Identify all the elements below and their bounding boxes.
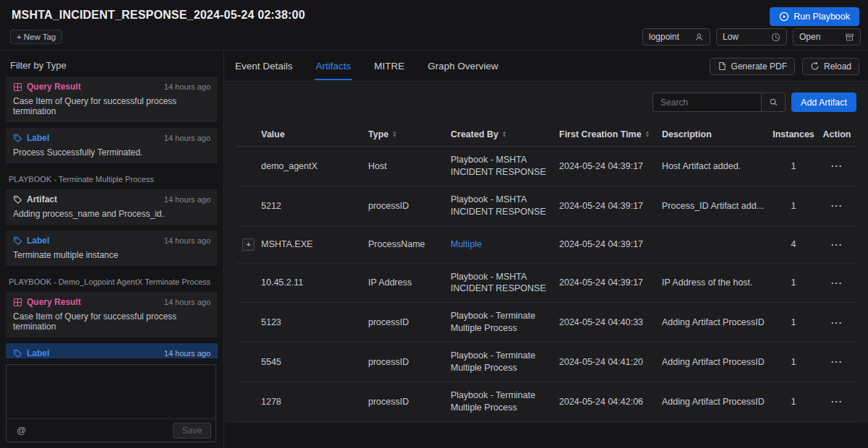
reload-button[interactable]: Reload bbox=[802, 58, 859, 75]
row-actions-more-icon[interactable]: ··· bbox=[831, 239, 843, 250]
tag-icon bbox=[13, 134, 22, 143]
row-actions-more-icon[interactable]: ··· bbox=[831, 160, 843, 171]
timeline-item[interactable]: Query Result14 hours agoCase Item of Que… bbox=[6, 292, 218, 337]
priority-select-value: Low bbox=[723, 32, 739, 42]
priority-select[interactable]: Low bbox=[716, 28, 787, 46]
cell-type: ProcessName bbox=[368, 233, 451, 255]
plus-icon: + bbox=[17, 33, 22, 41]
timeline-item[interactable]: Label14 hours agoProcess Successfully Te… bbox=[6, 343, 218, 358]
cell-created-by[interactable]: Multiple bbox=[451, 231, 559, 258]
new-tag-button[interactable]: + New Tag bbox=[10, 30, 62, 44]
tab-graph-overview[interactable]: Graph Overview bbox=[426, 53, 500, 79]
timeline-item-timestamp: 14 hours ago bbox=[164, 82, 210, 91]
table-row: 1278processIDPlaybook - Terminate Multip… bbox=[237, 382, 856, 422]
save-comment-button[interactable]: Save bbox=[173, 423, 211, 439]
table-row: +MSHTA.EXEProcessNameMultiple2024-05-24 … bbox=[237, 226, 856, 264]
cell-value: 5545 bbox=[261, 351, 368, 373]
table-row: 5123processIDPlaybook - Terminate Multip… bbox=[237, 303, 856, 343]
tab-mitre[interactable]: MITRE bbox=[373, 53, 406, 79]
cell-type: processID bbox=[368, 311, 451, 333]
search-input[interactable] bbox=[652, 92, 761, 112]
row-actions-more-icon[interactable]: ··· bbox=[831, 317, 843, 328]
column-header-action: Action bbox=[817, 129, 857, 139]
timeline-section-label: PLAYBOOK - Terminate Multiple Process bbox=[6, 169, 218, 184]
cell-description: Adding Artifact ProcessID bbox=[662, 351, 770, 373]
column-header-label: Description bbox=[662, 129, 712, 139]
timeline-item-type-label: Label bbox=[27, 133, 49, 143]
timeline-item-timestamp: 14 hours ago bbox=[164, 298, 210, 306]
sort-icon[interactable]: ▲▼ bbox=[502, 131, 506, 137]
cell-instances: 4 bbox=[770, 233, 817, 255]
row-actions-more-icon[interactable]: ··· bbox=[831, 356, 843, 367]
table-body: demo_agentXHostPlaybook - MSHTA INCIDENT… bbox=[237, 147, 856, 422]
timeline-item[interactable]: Query Result14 hours agoCase Item of Que… bbox=[6, 77, 218, 122]
timeline-item-text: Terminate multiple instance bbox=[13, 250, 210, 260]
table-row: 10.45.2.11IP AddressPlaybook - MSHTA INC… bbox=[237, 264, 856, 303]
timeline-item-text: Case Item of Query for successful proces… bbox=[13, 96, 210, 116]
generate-pdf-button[interactable]: Generate PDF bbox=[710, 58, 795, 75]
cell-first-creation-time: 2024-05-24 04:39:17 bbox=[559, 155, 662, 177]
timeline-item-type-label: Label bbox=[27, 348, 49, 358]
cell-instances: 1 bbox=[770, 272, 817, 293]
column-header-created-by[interactable]: Created By▲▼ bbox=[451, 129, 559, 139]
row-actions-more-icon[interactable]: ··· bbox=[831, 396, 843, 407]
timeline: Query Result14 hours agoCase Item of Que… bbox=[0, 75, 224, 358]
comment-input[interactable] bbox=[7, 365, 216, 418]
cell-created-by: Playbook - Terminate Multiple Process bbox=[451, 382, 559, 421]
case-timeline-sidebar: Filter by Type Query Result14 hours agoC… bbox=[0, 51, 224, 448]
at-icon: @ bbox=[17, 425, 26, 436]
comment-toolbar: @ Save bbox=[7, 418, 216, 441]
cell-description: Process_ID Artifact add... bbox=[662, 195, 770, 217]
timeline-item-text: Case Item of Query for successful proces… bbox=[13, 311, 210, 332]
column-header-value: Value bbox=[261, 129, 368, 139]
archive-icon bbox=[845, 33, 854, 42]
case-management-app: MSHTA_INCIDENT_RESPONSE_2024-05-24 02:38… bbox=[0, 0, 868, 448]
table-row: 5212processIDPlaybook - MSHTA INCIDENT R… bbox=[237, 186, 856, 226]
add-artifact-button[interactable]: Add Artifact bbox=[791, 92, 856, 112]
tab-artifacts[interactable]: Artifacts bbox=[315, 53, 353, 79]
main-panel: Event Details Artifacts MITRE Graph Over… bbox=[225, 51, 868, 448]
cell-description: IP Address of the host. bbox=[662, 272, 770, 293]
tag-icon bbox=[13, 349, 22, 358]
cell-instances: 1 bbox=[770, 311, 817, 333]
timeline-item-text: Process Successfully Terminated. bbox=[13, 147, 210, 158]
cell-value: MSHTA.EXE bbox=[261, 233, 368, 255]
cell-description bbox=[662, 238, 770, 250]
play-circle-icon bbox=[779, 12, 789, 22]
cell-value: 5123 bbox=[261, 311, 368, 333]
status-select[interactable]: Open bbox=[793, 28, 861, 46]
clock-icon bbox=[771, 33, 780, 42]
search-icon bbox=[769, 98, 778, 107]
sort-icon[interactable]: ▲▼ bbox=[645, 131, 650, 137]
column-header-type[interactable]: Type▲▼ bbox=[368, 129, 451, 139]
cell-instances: 1 bbox=[770, 351, 817, 373]
cell-first-creation-time: 2024-05-24 04:41:20 bbox=[559, 351, 662, 373]
run-playbook-button[interactable]: Run Playbook bbox=[770, 7, 859, 26]
timeline-section-label: PLAYBOOK - Demo_Logpoint AgentX Terminat… bbox=[6, 272, 218, 286]
artifacts-table: ValueType▲▼Created By▲▼First Creation Ti… bbox=[237, 122, 856, 422]
mention-button[interactable]: @ bbox=[11, 423, 32, 437]
assignee-select[interactable]: logpoint bbox=[642, 28, 710, 46]
row-actions-more-icon[interactable]: ··· bbox=[831, 277, 843, 288]
tab-event-details[interactable]: Event Details bbox=[234, 53, 294, 79]
column-header-first-creation-time[interactable]: First Creation Time▲▼ bbox=[559, 129, 662, 139]
cell-type: Host bbox=[368, 155, 451, 177]
row-actions-more-icon[interactable]: ··· bbox=[831, 200, 843, 211]
cell-type: IP Address bbox=[368, 272, 451, 293]
cell-created-by: Playbook - Terminate Multiple Process bbox=[451, 343, 559, 382]
generate-pdf-label: Generate PDF bbox=[731, 61, 787, 72]
artifacts-panel: Add Artifact ValueType▲▼Created By▲▼Firs… bbox=[225, 82, 868, 423]
timeline-item-timestamp: 14 hours ago bbox=[164, 349, 210, 358]
cell-instances: 1 bbox=[770, 195, 817, 217]
expand-row-button[interactable]: + bbox=[242, 238, 255, 251]
sort-icon[interactable]: ▲▼ bbox=[392, 131, 396, 137]
search-button[interactable] bbox=[761, 92, 786, 112]
timeline-item[interactable]: Label14 hours agoProcess Successfully Te… bbox=[6, 128, 218, 163]
timeline-item[interactable]: Artifact14 hours agoAdding process_name … bbox=[6, 189, 218, 225]
filter-by-type-label: Filter by Type bbox=[0, 51, 224, 75]
cell-created-by: Playbook - MSHTA INCIDENT RESPONSE bbox=[451, 147, 559, 186]
column-header-label: Type bbox=[368, 129, 388, 139]
timeline-item[interactable]: Label14 hours agoTerminate multiple inst… bbox=[6, 231, 218, 266]
cell-first-creation-time: 2024-05-24 04:39:17 bbox=[559, 195, 662, 217]
case-header: MSHTA_INCIDENT_RESPONSE_2024-05-24 02:38… bbox=[0, 0, 868, 51]
